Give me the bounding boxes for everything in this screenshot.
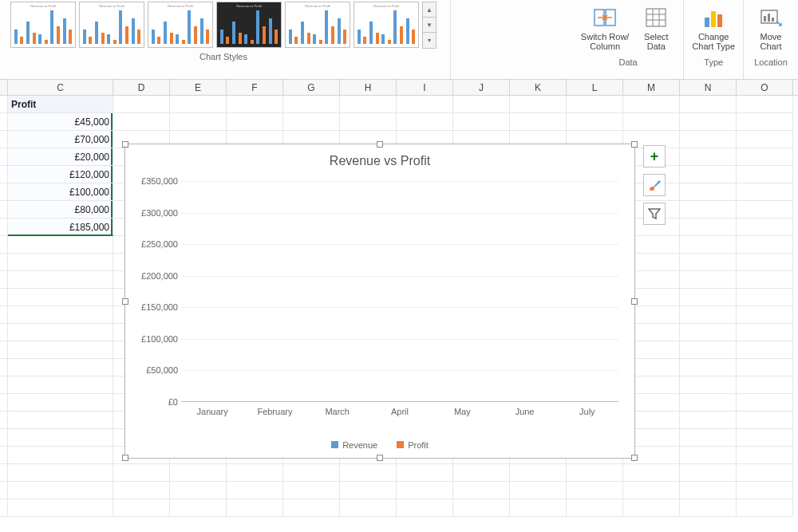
cell[interactable]	[737, 306, 793, 324]
cell[interactable]	[737, 447, 793, 464]
cell[interactable]	[680, 412, 737, 429]
cell[interactable]	[737, 271, 793, 289]
cell[interactable]	[680, 482, 737, 499]
cell[interactable]	[680, 376, 737, 394]
resize-handle[interactable]	[631, 298, 638, 305]
cell[interactable]	[8, 324, 113, 341]
resize-handle[interactable]	[377, 455, 383, 461]
cell[interactable]	[0, 306, 8, 324]
cell[interactable]	[113, 499, 170, 517]
cell[interactable]	[397, 482, 453, 499]
cell[interactable]	[510, 113, 567, 131]
cell[interactable]	[737, 482, 793, 499]
col-header[interactable]: I	[397, 80, 453, 95]
style-scroll-more[interactable]: ▾	[423, 33, 436, 48]
switch-row-column-button[interactable]: Switch Row/Column	[578, 2, 633, 54]
cell[interactable]	[680, 341, 737, 359]
cell[interactable]	[510, 482, 567, 499]
cell[interactable]	[0, 131, 8, 148]
cell[interactable]	[623, 113, 680, 131]
cell[interactable]	[680, 324, 737, 341]
cell[interactable]	[737, 394, 793, 412]
cell[interactable]	[340, 113, 397, 131]
legend-item-profit[interactable]: Profit	[397, 440, 429, 450]
cell[interactable]	[340, 482, 397, 499]
col-header[interactable]: J	[453, 80, 510, 95]
cell[interactable]	[453, 482, 510, 499]
cell[interactable]	[0, 482, 8, 499]
embedded-chart[interactable]: Revenue vs Profit JanuaryFebruaryMarchAp…	[124, 144, 635, 459]
cell[interactable]	[680, 219, 737, 236]
cell[interactable]	[0, 148, 8, 166]
cell[interactable]	[680, 429, 737, 447]
cell[interactable]	[340, 499, 397, 517]
cell[interactable]	[680, 236, 737, 254]
cell[interactable]	[0, 464, 8, 482]
cell[interactable]	[680, 447, 737, 464]
cell[interactable]	[0, 96, 8, 113]
cell[interactable]	[453, 113, 510, 131]
cell[interactable]	[0, 219, 8, 236]
chart-style-thumb[interactable]: Revenue vs Profit	[216, 2, 282, 48]
cell[interactable]	[737, 131, 793, 148]
cell[interactable]	[567, 96, 623, 113]
cell[interactable]	[737, 254, 793, 271]
cell[interactable]	[227, 113, 283, 131]
cell[interactable]	[453, 96, 510, 113]
cell[interactable]	[113, 96, 170, 113]
cell[interactable]	[737, 148, 793, 166]
cell[interactable]	[0, 429, 8, 447]
cell[interactable]	[0, 271, 8, 289]
col-header[interactable]: O	[737, 80, 793, 95]
cell[interactable]	[567, 464, 623, 482]
cell[interactable]	[737, 324, 793, 341]
cell[interactable]	[170, 96, 227, 113]
resize-handle[interactable]	[631, 455, 638, 461]
cell[interactable]	[0, 341, 8, 359]
cell[interactable]	[0, 412, 8, 429]
cell[interactable]	[0, 289, 8, 306]
chart-style-thumb[interactable]: Revenue vs Profit	[10, 2, 76, 48]
cell[interactable]	[397, 96, 453, 113]
cell[interactable]	[8, 376, 113, 394]
cell[interactable]	[340, 96, 397, 113]
cell[interactable]	[737, 376, 793, 394]
col-header[interactable]: E	[170, 80, 227, 95]
cell[interactable]	[0, 447, 8, 464]
cell[interactable]	[283, 482, 340, 499]
col-header[interactable]: H	[340, 80, 397, 95]
cell[interactable]: £20,000	[8, 148, 113, 166]
chart-style-thumb[interactable]: Revenue vs Profit	[354, 2, 419, 48]
select-data-button[interactable]: SelectData	[634, 2, 678, 54]
legend-item-revenue[interactable]: Revenue	[331, 440, 377, 450]
cell[interactable]	[680, 96, 737, 113]
cell[interactable]	[8, 306, 113, 324]
cell[interactable]	[0, 236, 8, 254]
cell[interactable]	[397, 113, 453, 131]
cell[interactable]	[0, 376, 8, 394]
cell[interactable]	[680, 289, 737, 306]
cell[interactable]	[680, 271, 737, 289]
cell[interactable]	[8, 412, 113, 429]
cell[interactable]	[680, 464, 737, 482]
cell[interactable]	[8, 289, 113, 306]
cell[interactable]	[567, 499, 623, 517]
cell[interactable]	[737, 113, 793, 131]
resize-handle[interactable]	[122, 141, 128, 148]
cell[interactable]	[680, 131, 737, 148]
cell[interactable]	[170, 464, 227, 482]
chart-filter-button[interactable]	[643, 203, 666, 225]
cell[interactable]	[0, 254, 8, 271]
cell[interactable]	[283, 499, 340, 517]
cell[interactable]	[8, 482, 113, 499]
cell[interactable]	[0, 201, 8, 219]
cell[interactable]	[680, 148, 737, 166]
cell[interactable]	[0, 359, 8, 376]
cell[interactable]	[737, 96, 793, 113]
cell[interactable]	[737, 201, 793, 219]
resize-handle[interactable]	[122, 455, 128, 461]
cell[interactable]	[113, 482, 170, 499]
chart-elements-button[interactable]: +	[643, 145, 666, 167]
cell[interactable]	[680, 201, 737, 219]
cell[interactable]	[737, 341, 793, 359]
